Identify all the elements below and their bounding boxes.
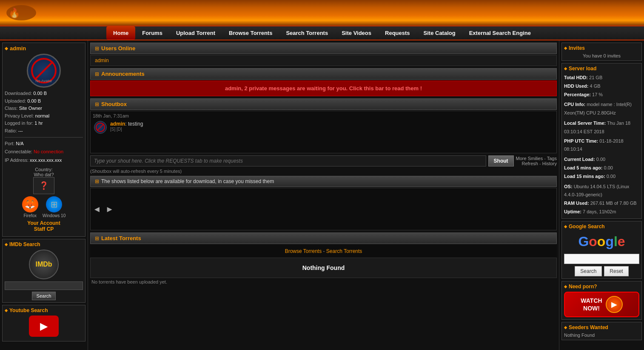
country-flag: ❓ [33,177,54,194]
shout-author: admin [110,121,125,127]
refresh-link[interactable]: Refresh [521,161,538,166]
nav-requests[interactable]: Requests [378,26,417,40]
announcements-bar: Announcements [90,68,557,80]
latest-torrents-title: Latest Torrents [101,235,141,241]
shows-prev-button[interactable]: ◄ [93,204,101,214]
more-smilies-link[interactable]: More Smilies [516,156,543,161]
youtube-search-section: Youtube Search ▶ [2,305,85,341]
nav-browse-torrents[interactable]: Browse Torrents [222,26,279,40]
search-torrents-link[interactable]: Search Torrents [326,248,362,254]
imdb-search-input[interactable] [5,281,83,290]
need-porn-header: Need porn? [564,284,639,290]
nav-site-catalog[interactable]: Site Catalog [417,26,462,40]
user-box: admin No Avatar Downloaded: 0.00 B Uploa… [2,43,85,237]
watch-now-box[interactable]: WATCHNOW! ▶ [564,292,639,317]
divider [5,137,83,138]
invites-section: Invites You have 0 invites [561,43,642,61]
youtube-logo: ▶ [29,316,59,337]
announcements-title: Announcements [101,71,145,77]
header-banner: 🔥 [0,0,644,26]
shout-body: admin: testing [S] [D] [110,121,143,132]
shout-refresh-note: (Shoutbox will auto-refresh every 5 minu… [90,169,557,174]
invites-text: You have 0 invites [564,53,639,58]
shout-entry: admin: testing [S] [D] [93,120,554,135]
shout-input[interactable] [90,155,486,166]
your-account-link[interactable]: Your Account [5,220,83,226]
seeders-nothing-found: Nothing Found [564,333,639,338]
nav-upload-torrent[interactable]: Upload Torrent [169,26,222,40]
shout-input-row: Shout More Smilies - Tags Refresh - Hist… [90,155,557,166]
google-search-input[interactable] [564,254,639,264]
nav-bar: Home Forums Upload Torrent Browse Torren… [0,26,644,40]
nav-forums[interactable]: Forums [135,26,169,40]
history-link[interactable]: History [542,161,557,166]
site-logo: 🔥 [4,2,55,23]
nav-site-videos[interactable]: Site Videos [335,26,378,40]
google-search-section: Google Search Google Search Reset [561,221,642,279]
seeders-wanted-header: Seeders Wanted [564,324,639,330]
imdb-search-header: IMDb Search [5,241,83,247]
country-box: Country: Who dat? ❓ [5,167,83,194]
google-search-button[interactable]: Search [575,266,602,276]
server-info: Total HDD: 21 GB HDD Used: 4 GB Percenta… [564,74,639,216]
shoutbox-content: 18th Jan, 7:31am admin: testing [S] [D] [90,111,557,153]
main-layout: admin No Avatar Downloaded: 0.00 B Uploa… [0,40,644,350]
right-sidebar: Invites You have 0 invites Server load T… [559,40,644,350]
shout-avatar-inner [96,123,105,132]
staff-cp-link[interactable]: Staff CP [5,226,83,232]
users-online-box: admin [90,55,557,66]
account-links: Your Account Staff CP [5,220,83,232]
shout-links: [S] [D] [110,127,143,132]
windows-icon: ⊞ [46,196,62,212]
imdb-logo: IMDb [29,250,59,279]
firefox-icon: 🦊 [22,196,38,212]
user-stats: Downloaded: 0.00 B Uploaded: 0.00 B Clas… [5,90,83,135]
nav-search-torrents[interactable]: Search Torrents [279,26,335,40]
nav-external-search[interactable]: External Search Engine [462,26,538,40]
watch-now-text: WATCHNOW! [581,297,602,312]
shout-button[interactable]: Shout [488,155,514,166]
nav-home[interactable]: Home [106,26,135,40]
no-torrents-note: No torrents have been uploaded yet. [90,278,557,286]
nothing-found-box: Nothing Found [90,258,557,278]
user-header: admin [5,45,83,52]
shows-next-button[interactable]: ► [105,204,114,214]
shout-time: 18th Jan, 7:31am [93,113,554,118]
shows-content: ◄ ► [90,188,557,230]
svg-text:🔥: 🔥 [9,7,20,19]
username: admin [10,45,26,52]
need-porn-section: Need porn? WATCHNOW! ▶ [561,281,642,320]
port-info: Port: N/A Connectable: No connection IP … [5,140,83,165]
browser-info: 🦊 Firefox [22,196,38,218]
imdb-search-section: IMDb Search IMDb Search [2,239,85,303]
latest-torrents-bar: Latest Torrents [90,232,557,244]
nothing-found-text: Nothing Found [302,264,345,271]
left-sidebar: admin No Avatar Downloaded: 0.00 B Uploa… [0,40,88,350]
avatar: No Avatar [27,54,61,88]
browse-torrents-link[interactable]: Browse Torrents [285,248,322,254]
youtube-search-header: Youtube Search [5,307,83,313]
center-content: Users Online admin Announcements admin, … [88,40,559,350]
shout-text: testing [128,121,143,127]
shoutbox-title: Shoutbox [101,101,127,107]
invites-header: Invites [564,45,639,51]
os-info: ⊞ Windows 10 [43,196,66,218]
tags-link[interactable]: Tags [547,156,557,161]
shows-title: The shows listed below are available for… [101,178,274,184]
private-messages-text: admin, 2 private messages are waiting fo… [225,85,422,92]
google-search-header: Google Search [564,224,639,230]
users-online-title: Users Online [101,45,135,52]
watch-play-button: ▶ [606,296,623,313]
online-user: admin [95,57,109,63]
users-online-bar: Users Online [90,43,557,54]
shoutbox-bar: Shoutbox [90,98,557,110]
imdb-search-button[interactable]: Search [32,292,56,300]
private-messages-bar[interactable]: admin, 2 private messages are waiting fo… [90,80,557,96]
google-logo: Google [564,232,639,252]
google-buttons: Search Reset [564,266,639,276]
shout-links-right: More Smilies - Tags Refresh - History [516,156,557,166]
shows-bar: The shows listed below are available for… [90,176,557,187]
browser-os: 🦊 Firefox ⊞ Windows 10 [5,196,83,218]
google-reset-button[interactable]: Reset [604,266,628,276]
browse-search-links: Browse Torrents - Search Torrents [90,245,557,258]
